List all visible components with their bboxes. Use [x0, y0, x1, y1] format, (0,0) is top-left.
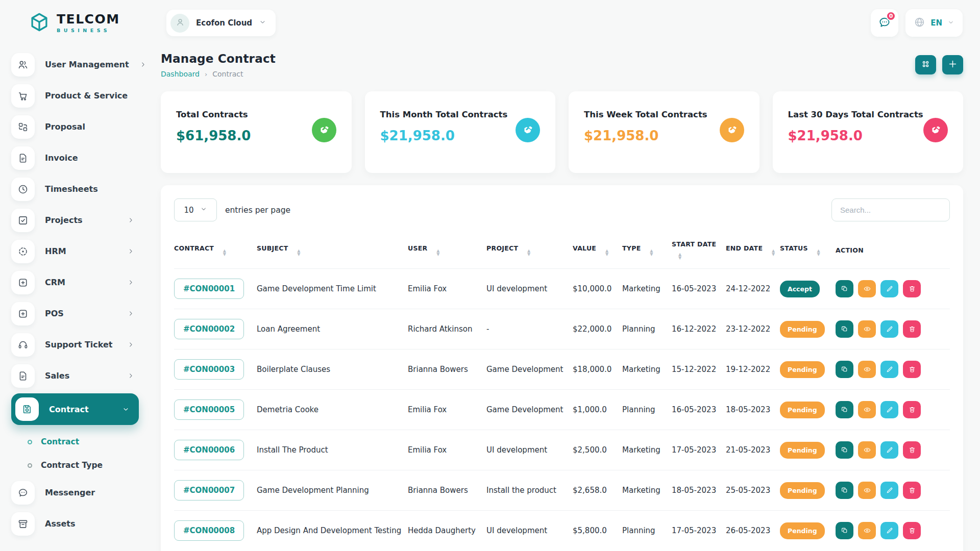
copy-icon: [841, 365, 849, 373]
brand-logo[interactable]: TELCOM BUSINESS: [0, 11, 148, 35]
edit-button[interactable]: [880, 482, 898, 499]
edit-button[interactable]: [880, 401, 898, 418]
copy-button[interactable]: [836, 320, 853, 338]
sidebar-item-sales[interactable]: Sales: [11, 360, 139, 391]
sort-icon[interactable]: ▲▼: [297, 249, 300, 256]
sidebar-item-projects[interactable]: Projects: [11, 205, 139, 236]
sidebar-item-product-service[interactable]: Product & Service: [11, 80, 139, 111]
view-button[interactable]: [858, 320, 876, 338]
copy-button[interactable]: [836, 361, 853, 378]
eye-icon: [863, 486, 871, 494]
column-header-project[interactable]: PROJECT ▲▼: [486, 233, 573, 269]
column-header-type[interactable]: TYPE ▲▼: [622, 233, 672, 269]
grid-view-button[interactable]: [915, 55, 936, 74]
pencil-icon: [886, 285, 894, 293]
cell-end-date: 25-05-2023: [726, 470, 780, 511]
sidebar-item-invoice[interactable]: Invoice: [11, 142, 139, 173]
contract-id-badge[interactable]: #CON00006: [174, 440, 244, 460]
sort-icon[interactable]: ▲▼: [678, 253, 681, 260]
edit-button[interactable]: [880, 320, 898, 338]
delete-button[interactable]: [903, 482, 921, 499]
sidebar-item-proposal[interactable]: Proposal: [11, 111, 139, 142]
sidebar-item-assets[interactable]: Assets: [11, 508, 139, 539]
contract-id-badge[interactable]: #CON00008: [174, 520, 244, 541]
copy-button[interactable]: [836, 401, 853, 418]
grid-icon: [920, 59, 931, 71]
sort-icon[interactable]: ▲▼: [436, 249, 439, 256]
avatar: [170, 14, 189, 33]
delete-button[interactable]: [903, 401, 921, 418]
delete-button[interactable]: [903, 280, 921, 297]
view-button[interactable]: [858, 361, 876, 378]
column-header-contract[interactable]: CONTRACT ▲▼: [174, 233, 257, 269]
sidebar-item-pos[interactable]: POS: [11, 298, 139, 329]
view-button[interactable]: [858, 482, 876, 499]
status-badge: Pending: [780, 442, 825, 459]
sort-icon[interactable]: ▲▼: [650, 249, 653, 256]
contract-id-badge[interactable]: #CON00007: [174, 480, 244, 500]
copy-button[interactable]: [836, 280, 853, 297]
chevron-right-icon: [139, 61, 147, 68]
delete-button[interactable]: [903, 361, 921, 378]
search-input[interactable]: [831, 198, 950, 221]
breadcrumb-current: Contract: [212, 70, 243, 78]
column-header-end-date[interactable]: END DATE ▲▼: [726, 233, 780, 269]
sidebar-item-crm[interactable]: CRM: [11, 267, 139, 298]
cell-project: UI development: [486, 430, 573, 470]
column-header-start-date[interactable]: START DATE ▲▼: [672, 233, 726, 269]
entries-per-page-select[interactable]: 10: [174, 198, 217, 221]
view-button[interactable]: [858, 441, 876, 459]
edit-button[interactable]: [880, 280, 898, 297]
save-icon-box: [15, 397, 39, 421]
language-selector[interactable]: EN: [905, 9, 963, 37]
sidebar-item-messenger[interactable]: Messenger: [11, 477, 139, 508]
sidebar-item-timesheets[interactable]: Timesheets: [11, 173, 139, 205]
stat-title: This Month Total Contracts: [380, 110, 508, 119]
edit-button[interactable]: [880, 522, 898, 539]
chevron-right-icon: [127, 372, 135, 380]
edit-button[interactable]: [880, 441, 898, 459]
sidebar-subitem-contract-type[interactable]: Contract Type: [11, 454, 148, 477]
sort-icon[interactable]: ▲▼: [527, 249, 530, 256]
stat-title: This Week Total Contracts: [584, 110, 707, 119]
sidebar-item-hrm[interactable]: HRM: [11, 236, 139, 267]
column-header-user[interactable]: USER ▲▼: [408, 233, 486, 269]
contract-id-badge[interactable]: #CON00003: [174, 359, 244, 380]
column-header-status[interactable]: STATUS ▲▼: [780, 233, 836, 269]
contract-id-badge[interactable]: #CON00005: [174, 399, 244, 420]
copy-button[interactable]: [836, 441, 853, 459]
transfer-icon: [17, 121, 29, 133]
copy-icon: [841, 486, 849, 494]
sort-icon[interactable]: ▲▼: [772, 249, 775, 256]
sort-icon[interactable]: ▲▼: [605, 249, 608, 256]
column-header-value[interactable]: VALUE ▲▼: [573, 233, 622, 269]
status-badge: Accept: [780, 281, 820, 297]
delete-button[interactable]: [903, 320, 921, 338]
sort-icon[interactable]: ▲▼: [817, 249, 820, 256]
view-button[interactable]: [858, 401, 876, 418]
delete-button[interactable]: [903, 441, 921, 459]
contract-id-badge[interactable]: #CON00002: [174, 319, 244, 339]
view-button[interactable]: [858, 280, 876, 297]
sidebar-item-support-ticket[interactable]: Support Ticket: [11, 329, 139, 360]
column-header-subject[interactable]: SUBJECT ▲▼: [257, 233, 408, 269]
cart-icon: [17, 90, 29, 102]
chevron-right-icon: [127, 310, 135, 317]
sidebar-subitem-contract[interactable]: Contract: [11, 430, 148, 454]
cell-user: Emilia Fox: [408, 269, 486, 309]
copy-button[interactable]: [836, 522, 853, 539]
delete-button[interactable]: [903, 522, 921, 539]
sidebar-item-label: Messenger: [45, 488, 135, 497]
breadcrumb-dashboard[interactable]: Dashboard: [161, 70, 200, 78]
view-button[interactable]: [858, 522, 876, 539]
copy-button[interactable]: [836, 482, 853, 499]
messages-button[interactable]: 0: [871, 9, 898, 37]
add-contract-button[interactable]: [942, 55, 963, 74]
sidebar-item-contract-active[interactable]: Contract: [11, 393, 139, 425]
edit-button[interactable]: [880, 361, 898, 378]
chevron-down-icon: [200, 206, 207, 215]
sidebar-item-user-management[interactable]: User Management: [11, 49, 139, 80]
workspace-selector[interactable]: Ecofon Cloud: [166, 10, 276, 36]
contract-id-badge[interactable]: #CON00001: [174, 279, 244, 299]
sort-icon[interactable]: ▲▼: [223, 249, 226, 256]
